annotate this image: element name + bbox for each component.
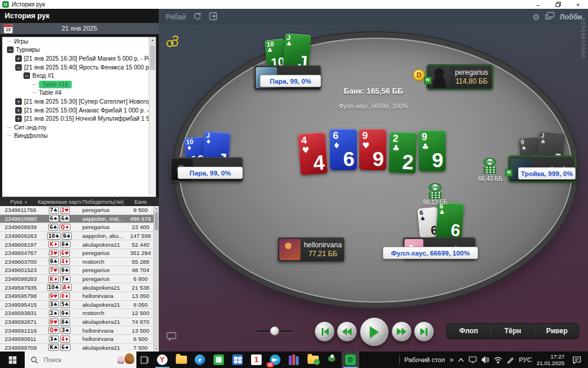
chevron-right-icon[interactable]: »: [450, 356, 454, 364]
winner: peregarius: [81, 276, 127, 282]
minus-toggle-icon[interactable]: −: [7, 47, 14, 53]
card-chip: 4♦: [60, 336, 70, 343]
pocket-cards: 3♠4♦: [38, 336, 81, 343]
scroll-up-icon[interactable]: ▲: [154, 206, 159, 212]
hand-row[interactable]: 23496047673♥6♥peregarius351 294: [0, 249, 154, 258]
tree-item[interactable]: Сит-энд-гоу: [2, 123, 156, 132]
column-winner[interactable]: Победитель(ли): [81, 198, 127, 205]
tree-item[interactable]: Виндфоллы: [2, 132, 156, 141]
river-button[interactable]: Ривер: [534, 324, 579, 339]
hand-row[interactable]: 2349591216Q♥3♠hellonirvana13 500: [0, 326, 154, 335]
tree-item[interactable]: −[21 янв 2025 15:40] Ярость Феникса 15 0…: [2, 63, 156, 72]
hidden-icons-chevron[interactable]: [458, 358, 464, 362]
card-chip: Q♦: [59, 224, 71, 231]
clock[interactable]: 17:27 21.01.2025: [536, 353, 564, 366]
hand-row[interactable]: 23496015237♥9♣peregarius48 704: [0, 266, 154, 275]
display-icon[interactable]: [469, 356, 477, 363]
hand-row[interactable]: 23496117667♣2♥peregarius9 500: [0, 206, 154, 215]
column-pot[interactable]: Банк: [127, 198, 154, 205]
lobby-label[interactable]: Лобби: [560, 13, 582, 21]
hand-row[interactable]: 2349589709K♣6♠akulapokera217 500: [0, 344, 154, 352]
scrollbar-thumb[interactable]: [150, 45, 155, 70]
note-badge[interactable]: N: [424, 77, 432, 84]
tree-item[interactable]: +[21 янв 2025 15:00] Ананас Фрибай 1 000…: [2, 106, 156, 115]
scrollbar-thumb[interactable]: [155, 213, 158, 230]
chat-icon[interactable]: [166, 332, 177, 344]
hand-row[interactable]: 23496106606♠6♣aappolon, mst...496 679: [0, 215, 154, 224]
hand-row[interactable]: 2349606197K♦8♣akulapokera2152 440: [0, 240, 154, 249]
play-button[interactable]: [360, 317, 389, 346]
taskbar-app-store[interactable]: [229, 352, 246, 368]
tree-item[interactable]: −Турниры: [2, 46, 156, 55]
taskbar-app-cards[interactable]: [210, 352, 228, 368]
volume-icon[interactable]: [482, 356, 489, 363]
taskbar-app-telegram[interactable]: 88: [266, 352, 284, 368]
scroll-up-icon[interactable]: ▲: [149, 37, 156, 44]
taskbar-app-yandex[interactable]: Y: [153, 352, 171, 368]
pot-size: 55 288: [127, 258, 154, 265]
taskbar-app-downloads[interactable]: ↓: [304, 352, 322, 368]
step-forward-button[interactable]: [414, 321, 434, 342]
taskbar-app-plant[interactable]: [323, 352, 340, 368]
speed-slider-knob[interactable]: [270, 326, 279, 336]
task-view-icon[interactable]: [136, 352, 153, 368]
restore-button[interactable]: [548, 0, 568, 9]
step-back-button[interactable]: [315, 321, 335, 342]
hand-row[interactable]: 2349599283K♦7♠peregarius6 800: [0, 275, 154, 284]
scroll-down-icon[interactable]: ▼: [154, 346, 159, 352]
tree-item[interactable]: Table #4: [2, 89, 156, 98]
network-icon[interactable]: [494, 357, 502, 363]
date-picker[interactable]: 15 21 янв 2025: [0, 23, 159, 34]
minus-toggle-icon[interactable]: −: [15, 64, 22, 71]
tree-item[interactable]: +[21 янв 2025 15:30] [Супер Сателлит] Но…: [2, 97, 156, 106]
hand-row[interactable]: 23496037009♣4♦msttorch55 288: [0, 258, 154, 267]
tree-item[interactable]: +[21 янв 2025 0:15] Ночной Мультифрибай …: [2, 114, 156, 123]
taskbar-app-1c[interactable]: 1: [248, 352, 265, 368]
hand-row[interactable]: 23496089396♣Q♦peregarius23 400: [0, 223, 154, 232]
pen-icon[interactable]: [507, 356, 514, 363]
plus-toggle-icon[interactable]: +: [15, 115, 22, 122]
calendar-icon[interactable]: 15: [4, 24, 13, 34]
tree-item[interactable]: Table #16: [2, 80, 156, 89]
replay-icon[interactable]: [193, 12, 202, 22]
tree-item[interactable]: +[21 янв 2025 16:30] Ребай Мания 5 000 р…: [2, 54, 156, 63]
desktop-toggle[interactable]: Рабочий стол: [405, 356, 445, 363]
column-hand[interactable]: Рука▼: [0, 198, 38, 205]
note-badge[interactable]: N: [505, 169, 513, 177]
search-box[interactable]: [25, 352, 136, 368]
hand-row[interactable]: 23495908113♠4♦hellonirvana6 500: [0, 335, 154, 344]
tree-item[interactable]: −Вход #1: [2, 71, 156, 80]
export-icon[interactable]: [209, 12, 218, 22]
plus-toggle-icon[interactable]: +: [15, 107, 22, 114]
minus-toggle-icon[interactable]: −: [24, 72, 30, 79]
taskbar-app-winrar[interactable]: [285, 352, 303, 368]
close-button[interactable]: ×: [568, 0, 588, 9]
plus-toggle-icon[interactable]: +: [15, 55, 22, 62]
search-input[interactable]: [42, 356, 109, 364]
taskbar-app-edge[interactable]: e: [191, 352, 209, 368]
start-button[interactable]: [0, 352, 25, 368]
rewind-button[interactable]: [337, 321, 357, 342]
pot-size: 12 500: [127, 310, 154, 316]
settings-gear-icon[interactable]: ⚙: [532, 13, 540, 21]
tree-scrollbar[interactable]: ▲: [149, 37, 156, 195]
fast-forward-button[interactable]: [392, 321, 412, 342]
hand-row[interactable]: 23495939312♠9♠msttorch12 500: [0, 309, 154, 318]
hand-row[interactable]: 234959793510♣A♦akulapokera2121 538: [0, 283, 154, 292]
taskbar-app-explorer[interactable]: [172, 352, 190, 368]
hand-row[interactable]: 23495954153♣5♣akulapokera218 050: [0, 301, 154, 310]
flop-button[interactable]: Флоп: [447, 324, 490, 339]
taskbar-app-poker-active[interactable]: D: [342, 352, 359, 368]
hand-row[interactable]: 23495957989♥8♦hellonirvana13 050: [0, 292, 154, 301]
minimize-button[interactable]: –: [528, 0, 548, 9]
column-cards[interactable]: Карманные карты: [38, 198, 81, 205]
plus-toggle-icon[interactable]: +: [15, 98, 22, 105]
language-indicator[interactable]: РУС: [519, 356, 532, 363]
notification-center-icon[interactable]: [569, 356, 584, 364]
turn-button[interactable]: Тёрн: [490, 324, 534, 339]
tree-item[interactable]: Игры: [2, 37, 156, 46]
hand-row[interactable]: 234960826310♣9♣aappolon, aku...147 598: [0, 232, 154, 241]
lobby-icon[interactable]: [545, 12, 554, 22]
hand-row[interactable]: 23495926719♥8♣akulapokera2174 970: [0, 318, 154, 327]
table-scrollbar[interactable]: ▲ ▼: [153, 206, 159, 352]
